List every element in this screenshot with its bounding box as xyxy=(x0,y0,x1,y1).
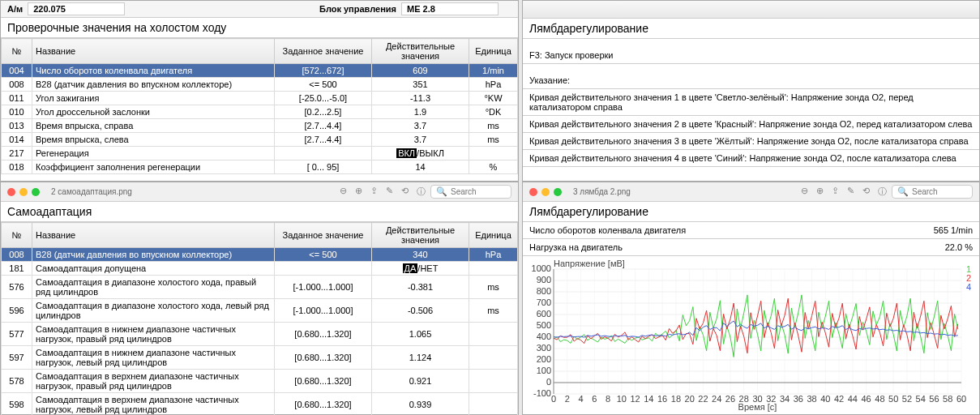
table-row[interactable]: 014Время впрыска, слева[2.7...4.4]3.7ms xyxy=(2,133,518,147)
info-icon[interactable]: ⓘ xyxy=(878,186,887,198)
table-row[interactable]: 596Самоадаптация в диапазоне холостого х… xyxy=(2,299,518,323)
cell-set: [2.7...4.4] xyxy=(275,133,372,147)
col-name[interactable]: Название xyxy=(32,39,275,64)
search-icon: 🔍 xyxy=(436,186,447,197)
filename-label: 3 лямбда 2.png xyxy=(573,187,796,196)
table-row[interactable]: 576Самоадаптация в диапазоне холостого х… xyxy=(2,276,518,299)
svg-text:0: 0 xyxy=(546,377,551,387)
rotate-icon[interactable]: ⟲ xyxy=(862,186,870,198)
f3-hint[interactable]: F3: Запуск проверки xyxy=(523,47,979,64)
table-row[interactable]: 181Самоадаптация допущенаДА/НЕТ xyxy=(2,262,518,276)
rotate-icon[interactable]: ⟲ xyxy=(401,186,409,198)
svg-text:58: 58 xyxy=(943,394,952,404)
col-act[interactable]: Действительные значения xyxy=(372,39,469,64)
minimize-icon[interactable] xyxy=(19,188,28,196)
window-controls[interactable] xyxy=(7,188,40,196)
idle-section-title: Проверочные значения на холостом ходу xyxy=(1,18,518,38)
cell-name: Самоадаптация в диапазоне холостого хода… xyxy=(32,299,275,323)
table-row[interactable]: 578Самоадаптация в верхнем диапазоне час… xyxy=(2,370,518,393)
maximize-icon[interactable] xyxy=(32,188,40,196)
svg-text:36: 36 xyxy=(794,394,803,404)
col-set[interactable]: Заданное значение xyxy=(275,223,372,248)
zoom-in-icon[interactable]: ⊕ xyxy=(355,186,362,198)
svg-text:900: 900 xyxy=(537,275,551,285)
vehicle-header: А/м 220.075 Блок управления ME 2.8 xyxy=(1,1,518,18)
table-row[interactable]: 598Самоадаптация в верхнем диапазоне час… xyxy=(2,393,518,416)
cell-unit: hPa xyxy=(469,248,518,262)
col-set[interactable]: Заданное значение xyxy=(275,39,372,64)
cell-unit xyxy=(469,346,518,370)
cell-actual: -11.3 xyxy=(372,92,469,105)
minimize-icon[interactable] xyxy=(541,188,550,196)
selfadaptation-title: Самоадаптация xyxy=(1,202,518,222)
cell-set: [0.680...1.320] xyxy=(275,370,372,393)
table-row[interactable]: 010Угол дроссельной заслонки[0.2...2.5]1… xyxy=(2,105,518,119)
cell-unit: ms xyxy=(469,119,518,133)
cell-name: Самоадаптация допущена xyxy=(32,262,275,276)
cell-actual: 1.9 xyxy=(372,105,469,119)
col-act[interactable]: Действительные значения xyxy=(372,223,469,248)
cell-unit: ms xyxy=(469,299,518,323)
svg-text:18: 18 xyxy=(671,394,681,404)
zoom-in-icon[interactable]: ⊕ xyxy=(816,186,824,198)
svg-text:Время [с]: Время [с] xyxy=(738,402,777,412)
hint-line: Кривая действительного значения 3 в цвет… xyxy=(523,133,979,150)
col-name[interactable]: Название xyxy=(32,223,275,248)
maximize-icon[interactable] xyxy=(554,188,562,196)
cell-no: 597 xyxy=(2,346,32,370)
window-titlebar xyxy=(523,1,979,19)
search-box[interactable]: 🔍 xyxy=(892,185,973,199)
cell-actual: 351 xyxy=(372,78,469,92)
svg-text:10: 10 xyxy=(617,394,627,404)
table-row[interactable]: 013Время впрыска, справа[2.7...4.4]3.7ms xyxy=(2,119,518,133)
table-row[interactable]: 004Число оборотов коленвала двигателя[57… xyxy=(2,64,518,78)
zoom-out-icon[interactable]: ⊖ xyxy=(340,186,347,198)
lambda-info-panel: Лямбдарегулирование F3: Запуск проверки … xyxy=(522,0,980,182)
table-row[interactable]: 577Самоадаптация в нижнем диапазоне част… xyxy=(2,323,518,346)
search-input[interactable] xyxy=(451,187,507,196)
close-icon[interactable] xyxy=(529,188,537,196)
cell-unit xyxy=(469,370,518,393)
col-no[interactable]: № xyxy=(2,39,32,64)
col-unit[interactable]: Единица xyxy=(469,223,518,248)
cell-actual: 340 xyxy=(372,248,469,262)
table-row[interactable]: 008B28 (датчик давления во впускном колл… xyxy=(2,78,518,92)
table-row[interactable]: 008B28 (датчик давления во впускном колл… xyxy=(2,248,518,262)
svg-text:46: 46 xyxy=(862,394,871,404)
share-icon[interactable]: ⇪ xyxy=(832,186,839,198)
share-icon[interactable]: ⇪ xyxy=(370,186,378,198)
zoom-out-icon[interactable]: ⊖ xyxy=(801,186,808,198)
cell-actual: -0.506 xyxy=(372,299,469,323)
col-no[interactable]: № xyxy=(2,223,32,248)
close-icon[interactable] xyxy=(7,188,15,196)
cell-name: Самоадаптация в верхнем диапазоне частич… xyxy=(32,393,275,416)
load-row: Нагрузка на двигатель 22.0 % xyxy=(523,239,979,256)
svg-text:16: 16 xyxy=(657,394,667,404)
svg-text:6: 6 xyxy=(592,394,597,404)
search-box[interactable]: 🔍 xyxy=(430,185,511,199)
svg-text:24: 24 xyxy=(712,394,721,404)
svg-text:4: 4 xyxy=(578,394,583,404)
edit-icon[interactable]: ✎ xyxy=(386,186,393,198)
col-unit[interactable]: Единица xyxy=(469,39,518,64)
window-controls[interactable] xyxy=(529,188,562,196)
load-label: Нагрузка на двигатель xyxy=(529,242,623,252)
rpm-label: Число оборотов коленвала двигателя xyxy=(529,225,686,235)
cell-set: [-1.000...1.000] xyxy=(275,276,372,299)
edit-icon[interactable]: ✎ xyxy=(847,186,854,198)
cell-unit: ms xyxy=(469,133,518,147)
hint-label: Указание: xyxy=(523,72,979,89)
table-row[interactable]: 217РегенерацияВКЛ/ВЫКЛ xyxy=(2,147,518,160)
cell-unit xyxy=(469,147,518,160)
cell-no: 217 xyxy=(2,147,32,160)
table-row[interactable]: 018Коэффициент заполнения регенерации[ 0… xyxy=(2,160,518,174)
cell-name: Угол зажигания xyxy=(32,92,275,105)
search-input[interactable] xyxy=(912,187,969,196)
cell-actual: 609 xyxy=(372,64,469,78)
svg-text:100: 100 xyxy=(537,366,551,375)
info-icon[interactable]: ⓘ xyxy=(417,186,426,198)
table-row[interactable]: 011Угол зажигания[-25.0...-5.0]-11.3°KW xyxy=(2,92,518,105)
table-row[interactable]: 597Самоадаптация в нижнем диапазоне част… xyxy=(2,346,518,370)
cell-name: B28 (датчик давления во впускном коллект… xyxy=(32,248,275,262)
svg-text:500: 500 xyxy=(537,320,551,330)
